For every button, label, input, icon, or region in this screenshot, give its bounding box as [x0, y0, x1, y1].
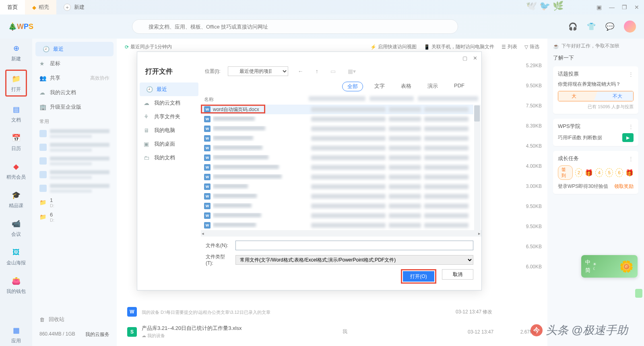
tab-new-doc[interactable]: + 新建 — [56, 0, 92, 14]
task-signin[interactable]: 签到 — [558, 165, 573, 180]
file-row[interactable]: W — [201, 143, 473, 153]
rail-course[interactable]: 🎓精品课 — [5, 188, 27, 211]
file-row[interactable]: W — [201, 153, 473, 163]
sb-cloud-service-link[interactable]: 我的云服务 — [85, 331, 109, 338]
word-file-icon: W — [204, 154, 211, 161]
ds-documents[interactable]: 🗀我的文档 — [137, 151, 201, 165]
file-row[interactable]: W — [201, 163, 473, 172]
filetype-select[interactable]: 常用文件(文字/Word格式;表格/Excel格式;演示/PowerPoint格… — [235, 255, 473, 265]
sb-share[interactable]: 👥共享高效协作 — [32, 71, 117, 85]
sb-enterprise[interactable]: 🏢升级至企业版 — [32, 100, 117, 114]
filter-slides[interactable]: 演示 — [423, 82, 443, 91]
headset-icon[interactable]: 🎧 — [568, 22, 577, 31]
tb-filter[interactable]: ▽筛选 — [524, 43, 539, 50]
filter-sheet[interactable]: 表格 — [396, 82, 416, 91]
ds-recent[interactable]: 🕘最近 — [140, 82, 198, 96]
ds-desktop[interactable]: ▣我的桌面 — [137, 137, 201, 151]
sb-starred[interactable]: ★星标 — [32, 56, 117, 71]
file-row[interactable]: W — [201, 172, 473, 182]
open-button[interactable]: 打开(O) — [403, 271, 434, 282]
sb-frequent-item[interactable] — [32, 181, 117, 195]
cancel-button[interactable]: 取消 — [442, 269, 473, 280]
rail-open[interactable]: 📁打开 — [5, 70, 27, 97]
sb-trash[interactable]: 🗑回收站 — [32, 313, 117, 326]
dialog-maximize-icon[interactable]: ▢ — [462, 55, 467, 61]
rail-docer[interactable]: ◆稻壳会员 — [5, 159, 27, 182]
tb-quickview[interactable]: ⚡启用快速访问视图 — [370, 43, 417, 50]
task-claim-link[interactable]: 领取奖励 — [614, 183, 634, 190]
sb-frequent-item[interactable] — [32, 154, 117, 168]
scrollbar-horizontal[interactable]: ◂▸ — [201, 230, 481, 237]
file-row[interactable]: W — [201, 182, 473, 192]
location-select[interactable]: 最近使用的项目 — [228, 66, 288, 76]
rail-docs[interactable]: ▤文档 — [5, 102, 27, 125]
filename-input[interactable] — [235, 241, 473, 250]
ds-cloud[interactable]: ☁我的云文档 — [137, 96, 201, 110]
filetype-label: 文件类型(T): — [206, 253, 231, 266]
nav-view-icon[interactable]: ▦▾ — [345, 67, 358, 75]
file-row[interactable]: W — [201, 220, 473, 230]
sb-frequent-item[interactable] — [32, 127, 117, 140]
bg-file-row[interactable]: W 我的设备 D:\每日需要提交的\远程办公类文章\3.12日已录入的文章 03… — [117, 303, 547, 321]
file-row[interactable]: W — [201, 211, 473, 220]
window-minimize-icon[interactable]: — — [609, 4, 615, 10]
rail-meeting[interactable]: 📹会议 — [5, 216, 27, 239]
nav-back-icon[interactable]: ← — [295, 67, 306, 75]
dialog-close-icon[interactable]: ✕ — [473, 55, 477, 61]
file-row[interactable]: W — [201, 114, 473, 124]
sb-drive-1[interactable]: 📁1D: — [32, 195, 117, 210]
vote-bar[interactable]: 大 不大 — [558, 91, 634, 101]
filter-pdf[interactable]: PDF — [449, 82, 469, 91]
more-icon[interactable]: ⋮ — [628, 71, 634, 77]
gift-icon: 🎁 — [625, 169, 634, 177]
star-icon: ★ — [39, 60, 46, 67]
bg-size: 6.00KB — [526, 264, 542, 270]
file-row[interactable]: W — [201, 134, 473, 143]
bg-file-row[interactable]: S 产品库3.21--4.20日自己统计的工作量3.xlsx☁ 我的设备 我 0… — [117, 321, 547, 343]
scrollbar-vertical[interactable] — [474, 105, 481, 230]
window-maximize-icon[interactable]: ❐ — [622, 4, 627, 10]
sb-cloud[interactable]: ☁我的云文档 — [32, 85, 117, 100]
tb-phone[interactable]: 📱关联手机，随时访问电脑文件 — [424, 43, 494, 50]
rail-wallet[interactable]: 👛我的钱包 — [5, 274, 27, 297]
rail-new[interactable]: ⊕新建 — [5, 41, 27, 64]
file-list[interactable]: W word自动编页码.docx /*placeholder*/ WWWWWWW… — [201, 105, 481, 230]
tshirt-icon[interactable]: 👕 — [587, 22, 596, 31]
more-icon[interactable]: ⋮ — [628, 156, 634, 162]
filter-all[interactable]: 全部 — [342, 82, 363, 91]
filter-text[interactable]: 文字 — [369, 82, 390, 91]
play-button[interactable]: ▶ — [622, 133, 634, 142]
cloud-icon: ☁ — [142, 333, 147, 338]
titlebar-app-icon[interactable]: ▣ — [597, 4, 602, 10]
bg-size: 9.50KB — [526, 83, 542, 89]
rail-apps[interactable]: ▦应用 — [5, 323, 27, 346]
wallet-icon: 👛 — [10, 275, 22, 286]
more-icon[interactable]: ⋮ — [628, 124, 634, 130]
window-close-icon[interactable]: ✕ — [634, 4, 639, 10]
nav-up-icon[interactable]: ↑ — [313, 67, 321, 75]
file-row[interactable]: W — [201, 124, 473, 134]
ds-computer[interactable]: 🖥我的电脑 — [137, 124, 201, 137]
sb-recent[interactable]: 🕘最近 — [35, 42, 114, 56]
side-widget[interactable] — [635, 289, 642, 298]
tab-docer[interactable]: ◆稻壳 — [25, 0, 56, 14]
user-avatar[interactable] — [624, 21, 636, 33]
word-file-icon: W — [204, 135, 211, 142]
dialog-title: 打开文件 — [145, 67, 198, 76]
nav-newfolder-icon[interactable]: ▭ — [328, 67, 338, 75]
tab-home[interactable]: 首页 — [0, 0, 25, 14]
sb-frequent-item[interactable] — [32, 140, 117, 154]
ds-shared[interactable]: ⚘共享文件夹 — [137, 110, 201, 124]
sb-drive-6[interactable]: 📁6D: — [32, 210, 117, 224]
messages-icon[interactable]: 💬 — [605, 22, 614, 31]
file-row[interactable]: W — [201, 201, 473, 211]
ime-widget[interactable]: 中简 ☀☾ 🌼 — [581, 255, 638, 278]
tb-list-view[interactable]: ☰列表 — [502, 43, 517, 50]
search-input[interactable] — [132, 19, 458, 34]
file-row[interactable]: W — [201, 192, 473, 201]
rail-poster[interactable]: 🖼金山海报 — [5, 245, 27, 268]
rail-calendar[interactable]: 📅日历 — [5, 131, 27, 154]
sb-frequent-item[interactable] — [32, 168, 117, 181]
sync-icon: ⟳ — [125, 44, 129, 50]
academy-item[interactable]: 巧用IF函数 判断数据 — [558, 134, 602, 141]
